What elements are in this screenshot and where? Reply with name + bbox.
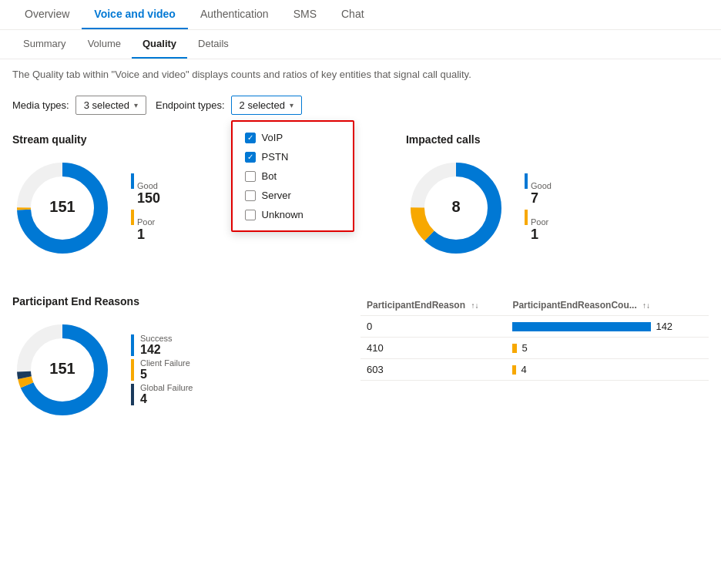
page-description: The Quality tab within "Voice and video"… — [0, 59, 721, 89]
impacted-good-value: 7 — [531, 190, 552, 207]
impacted-calls-section: Impacted calls 8 Good 7 — [406, 127, 709, 264]
endpoint-types-value: 2 selected — [240, 99, 285, 111]
endpoint-option-voip[interactable]: ✓ VoIP — [233, 128, 353, 147]
impacted-good-legend: Good 7 — [525, 173, 552, 207]
nav-sms[interactable]: SMS — [281, 0, 329, 29]
count-410: 5 — [506, 338, 709, 359]
impacted-calls-title: Impacted calls — [406, 133, 709, 146]
count-603: 4 — [506, 359, 709, 381]
participant-donut-chart: 151 — [12, 320, 112, 420]
endpoint-option-unknown[interactable]: Unknown — [233, 205, 353, 224]
subnav-volume[interactable]: Volume — [77, 30, 132, 59]
voip-checkbox[interactable]: ✓ — [245, 133, 256, 143]
good-label: Good — [137, 181, 160, 190]
global-failure-bar-indicator — [131, 384, 134, 405]
col-reason-label: ParticipantEndReason — [367, 300, 465, 311]
endpoint-option-pstn[interactable]: ✓ PSTN — [233, 147, 353, 166]
impacted-good-indicator — [525, 173, 528, 189]
success-value: 142 — [140, 343, 173, 357]
bot-label: Bot — [262, 170, 277, 182]
table-header: ParticipantEndReason ↑↓ ParticipantEndRe… — [360, 295, 709, 316]
col-count[interactable]: ParticipantEndReasonCou... ↑↓ — [506, 295, 709, 316]
bar-603 — [512, 365, 516, 375]
participant-end-reason-table: ParticipantEndReason ↑↓ ParticipantEndRe… — [360, 295, 709, 381]
nav-voice-video[interactable]: Voice and video — [82, 0, 188, 29]
nav-authentication[interactable]: Authentication — [188, 0, 281, 29]
success-legend-item: Success 142 — [131, 334, 193, 357]
nav-chat[interactable]: Chat — [329, 0, 377, 29]
client-failure-bar-indicator — [131, 359, 134, 381]
impacted-poor-label: Poor — [531, 217, 548, 227]
server-label: Server — [262, 190, 291, 201]
participant-legend: Success 142 Client Failure 5 — [131, 334, 193, 406]
client-failure-value: 5 — [140, 368, 190, 381]
participant-end-reasons-section: Participant End Reasons 151 — [12, 295, 360, 420]
impacted-poor-value: 1 — [531, 227, 548, 243]
table-body: 0 142 410 5 — [360, 316, 709, 381]
nav-overview[interactable]: Overview — [12, 0, 82, 29]
table-row: 0 142 — [360, 316, 709, 338]
media-types-value: 3 selected — [84, 99, 129, 111]
participant-end-reasons-title: Participant End Reasons — [12, 295, 360, 307]
reason-410: 410 — [360, 338, 506, 359]
reason-603: 603 — [360, 359, 506, 381]
media-types-button[interactable]: 3 selected ▾ — [75, 96, 146, 115]
endpoint-option-server[interactable]: Server — [233, 186, 353, 205]
top-navigation: Overview Voice and video Authentication … — [0, 0, 721, 30]
poor-label: Poor — [137, 217, 155, 227]
sub-navigation: Summary Volume Quality Details — [0, 30, 721, 59]
client-failure-label: Client Failure — [140, 358, 190, 368]
count-value-410: 5 — [521, 342, 527, 354]
count-value-0: 142 — [656, 321, 672, 332]
filters-row: Media types: 3 selected ▾ Endpoint types… — [0, 89, 721, 127]
col-reason-sort-icon[interactable]: ↑↓ — [471, 301, 478, 310]
poor-bar-indicator — [131, 210, 134, 225]
svg-text:151: 151 — [49, 198, 75, 215]
voip-label: VoIP — [262, 132, 283, 143]
server-checkbox[interactable] — [245, 190, 256, 201]
endpoint-types-button[interactable]: 2 selected ▾ — [231, 96, 302, 115]
col-reason[interactable]: ParticipantEndReason ↑↓ — [360, 295, 506, 316]
stream-quality-donut-chart: 151 — [12, 158, 112, 258]
charts-row: Stream quality 151 Good — [12, 127, 709, 264]
subnav-quality[interactable]: Quality — [132, 30, 187, 59]
stream-good-legend: Good 150 — [131, 173, 160, 207]
global-failure-label: Global Failure — [140, 383, 193, 392]
endpoint-types-chevron-icon: ▾ — [290, 101, 293, 109]
table-row: 410 5 — [360, 338, 709, 359]
media-types-label: Media types: — [12, 99, 69, 111]
impacted-calls-donut-area: 8 Good 7 Poor 1 — [406, 158, 709, 258]
unknown-checkbox[interactable] — [245, 210, 256, 220]
impacted-calls-donut-chart: 8 — [406, 158, 506, 258]
endpoint-types-dropdown-popup: ✓ VoIP ✓ PSTN Bot Server Unknown — [231, 120, 354, 232]
poor-value: 1 — [137, 227, 155, 243]
count-value-603: 4 — [521, 364, 526, 375]
participant-table-section: ParticipantEndReason ↑↓ ParticipantEndRe… — [360, 295, 709, 420]
svg-text:8: 8 — [451, 198, 460, 215]
bot-checkbox[interactable] — [245, 171, 256, 182]
bottom-row: Participant End Reasons 151 — [12, 295, 709, 420]
pstn-checkbox[interactable]: ✓ — [245, 152, 256, 163]
subnav-details[interactable]: Details — [187, 30, 240, 59]
svg-text:151: 151 — [49, 360, 75, 377]
global-failure-legend-item: Global Failure 4 — [131, 383, 193, 406]
impacted-calls-legend: Good 7 Poor 1 — [525, 173, 552, 243]
good-value: 150 — [137, 190, 160, 207]
stream-poor-legend: Poor 1 — [131, 210, 160, 243]
col-count-label: ParticipantEndReasonCou... — [512, 300, 636, 311]
bar-0 — [512, 322, 651, 331]
stream-quality-legend: Good 150 Poor 1 — [131, 173, 160, 243]
impacted-poor-indicator — [525, 210, 528, 225]
endpoint-types-filter: Endpoint types: 2 selected ▾ ✓ VoIP ✓ PS… — [156, 96, 302, 115]
pstn-label: PSTN — [262, 151, 289, 163]
endpoint-types-dropdown-container: 2 selected ▾ ✓ VoIP ✓ PSTN Bot — [231, 96, 302, 115]
success-label: Success — [140, 334, 173, 343]
subnav-summary[interactable]: Summary — [12, 30, 77, 59]
endpoint-option-bot[interactable]: Bot — [233, 166, 353, 186]
col-count-sort-icon[interactable]: ↑↓ — [642, 301, 650, 310]
client-failure-legend-item: Client Failure 5 — [131, 358, 193, 381]
main-content: Stream quality 151 Good — [0, 127, 721, 420]
global-failure-value: 4 — [140, 392, 193, 406]
good-bar-indicator — [131, 173, 134, 189]
unknown-label: Unknown — [262, 209, 303, 220]
